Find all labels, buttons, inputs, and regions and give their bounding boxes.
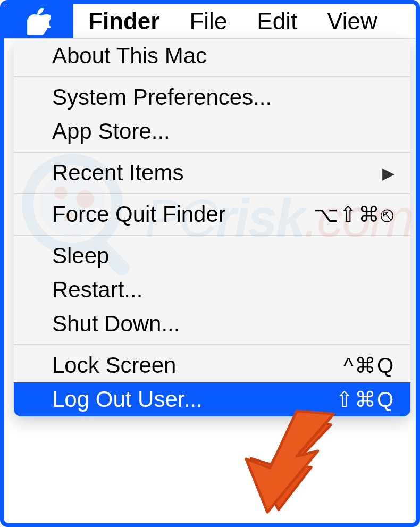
menu-label: About This Mac [52, 43, 207, 69]
menu-log-out-user[interactable]: Log Out User... ⇧⌘Q [14, 382, 410, 416]
menu-view[interactable]: View [312, 4, 392, 38]
menu-separator [14, 152, 410, 153]
apple-menu-dropdown: About This Mac System Preferences... App… [14, 39, 410, 416]
active-app-name[interactable]: Finder [73, 4, 174, 38]
menu-recent-items[interactable]: Recent Items ▶ [14, 156, 410, 190]
menu-label: Restart... [52, 277, 142, 303]
menubar: Finder File Edit View [4, 4, 416, 39]
menu-separator [14, 235, 410, 236]
menu-file[interactable]: File [174, 4, 242, 38]
menu-label: System Preferences... [52, 85, 272, 110]
menu-shut-down[interactable]: Shut Down... [14, 307, 410, 341]
menu-label: Sleep [52, 243, 109, 269]
menu-separator [14, 76, 410, 77]
submenu-arrow-icon: ▶ [382, 164, 394, 182]
apple-logo-icon [27, 8, 51, 35]
menu-label: Shut Down... [52, 311, 180, 337]
menu-separator [14, 344, 410, 345]
keyboard-shortcut: ^⌘Q [343, 353, 394, 378]
menu-label: Force Quit Finder [52, 202, 226, 227]
keyboard-shortcut: ⌥⇧⌘⎋ [314, 202, 394, 227]
menu-sleep[interactable]: Sleep [14, 239, 410, 273]
menu-separator [14, 193, 410, 194]
menu-system-preferences[interactable]: System Preferences... [14, 80, 410, 114]
annotation-arrow-icon [233, 408, 350, 515]
menu-lock-screen[interactable]: Lock Screen ^⌘Q [14, 348, 410, 382]
keyboard-shortcut: ⇧⌘Q [335, 387, 394, 412]
menu-label: Recent Items [52, 160, 183, 186]
menu-label: Log Out User... [52, 387, 202, 412]
apple-menu-button[interactable] [4, 4, 73, 38]
menu-force-quit[interactable]: Force Quit Finder ⌥⇧⌘⎋ [14, 197, 410, 231]
menu-edit[interactable]: Edit [242, 4, 312, 38]
menu-restart[interactable]: Restart... [14, 273, 410, 307]
menu-label: Lock Screen [52, 353, 176, 378]
menu-app-store[interactable]: App Store... [14, 114, 410, 148]
menu-about-this-mac[interactable]: About This Mac [14, 39, 410, 73]
menu-label: App Store... [52, 119, 170, 144]
